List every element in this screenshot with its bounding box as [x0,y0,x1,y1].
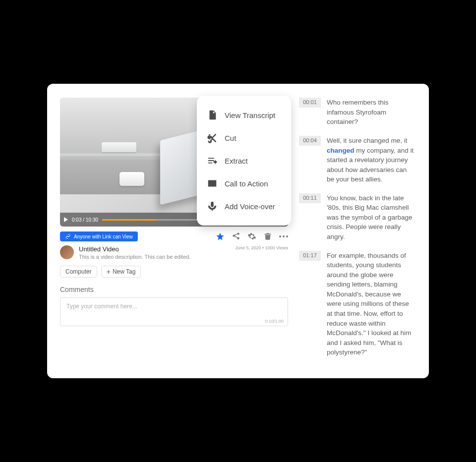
date-views: June 5, 2020 • 1000 Views [235,245,288,250]
plus-icon: + [107,268,111,275]
new-tag-label: New Tag [113,268,135,275]
share-chip[interactable]: Anyone with Link can View [60,231,138,241]
video-views: 1000 Views [265,245,288,250]
context-menu: View Transcript Cut Extract [197,96,291,226]
transcript-row[interactable]: 00:04 Well, it sure changed me, it chang… [299,136,416,184]
cta-icon [207,178,218,189]
new-tag-button[interactable]: + New Tag [101,266,141,278]
transcript-timestamp: 00:01 [299,98,321,108]
title-row: Untitled Video June 5, 2020 • 1000 Views… [60,245,288,260]
share-chip-label: Anyone with Link can View [74,234,133,239]
time-label: 0:03 / 10:30 [72,217,98,223]
extract-icon [207,155,218,166]
trash-icon[interactable] [263,232,272,241]
thumbnail-decor [102,142,136,152]
play-icon[interactable] [64,217,68,222]
transcript-panel: 00:01 Who remembers this infamous Styrof… [299,98,416,366]
transcript-row[interactable]: 01:17 For example, thousands of students… [299,251,416,357]
menu-label: View Transcript [225,111,275,119]
menu-label: Call to Action [225,179,268,188]
tags-row: Computer + New Tag [60,266,288,278]
menu-label: Cut [225,134,236,142]
menu-label: Add Voice-over [225,202,275,211]
progress-fill [102,219,157,221]
menu-add-voiceover[interactable]: Add Voice-over [202,195,286,218]
transcript-timestamp: 00:04 [299,136,321,146]
transcript-row[interactable]: 00:11 You know, back in the late '80s, t… [299,193,416,242]
document-icon [207,110,218,120]
gear-icon[interactable] [247,232,256,241]
transcript-text: For example, thousands of students, youn… [327,251,416,357]
menu-view-transcript[interactable]: View Transcript [202,104,286,126]
transcript-text: Well, it sure changed me, it changed my … [327,136,416,184]
menu-cut[interactable]: Cut [202,126,286,149]
video-wrap: 0:03 / 10:30 View Transcript [60,98,288,227]
transcript-row[interactable]: 00:01 Who remembers this infamous Styrof… [299,98,416,127]
transcript-timestamp: 00:11 [299,193,321,203]
comment-char-count: 0:10/1:00 [265,319,284,324]
thumbnail-decor [119,172,144,186]
video-title: Untitled Video [79,245,119,253]
share-icon[interactable] [232,232,240,241]
comment-input[interactable]: Type your comment here... 0:10/1:00 [60,297,288,326]
tag-item[interactable]: Computer [60,266,97,278]
comment-placeholder: Type your comment here... [66,303,282,310]
video-date: June 5, 2020 [235,245,261,250]
action-icons [216,232,288,241]
transcript-text: Who remembers this infamous Styrofoam co… [327,98,416,127]
left-column: 0:03 / 10:30 View Transcript [60,98,288,366]
transcript-text: You know, back in the late '80s, this Bi… [327,193,416,242]
transcript-highlight: changed [327,147,355,154]
more-icon[interactable] [279,232,288,241]
comments-heading: Comments [60,286,288,293]
share-row: Anyone with Link can View [60,231,288,241]
link-icon [65,233,71,239]
menu-label: Extract [225,157,248,165]
video-description: This is a video description. This can be… [79,254,288,260]
star-icon[interactable] [216,232,225,241]
menu-extract[interactable]: Extract [202,149,286,172]
mic-icon [207,201,218,212]
app-card: 0:03 / 10:30 View Transcript [47,84,429,378]
transcript-timestamp: 01:17 [299,251,321,261]
scissors-icon [207,132,218,143]
transcript-span: Well, it sure changed me, it [327,137,408,144]
menu-call-to-action[interactable]: Call to Action [202,172,286,195]
avatar[interactable] [60,245,74,259]
title-meta: Untitled Video June 5, 2020 • 1000 Views… [79,245,288,260]
